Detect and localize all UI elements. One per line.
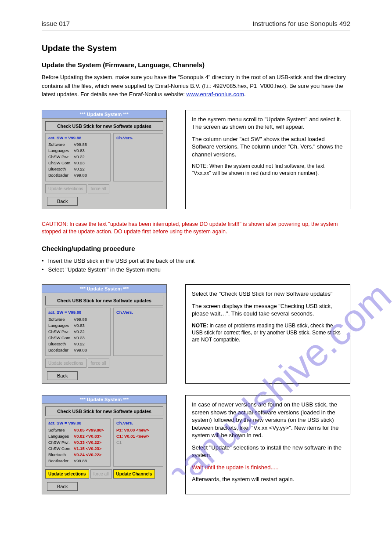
check-usb-button[interactable]: Check USB Stick for new Softwate updates	[45, 296, 163, 305]
intro-paragraph: Before Updating the system, make sure yo…	[42, 73, 350, 99]
header-rule	[42, 30, 350, 30]
update-panel-1: *** Update System *** Check USB Stick fo…	[42, 110, 167, 209]
website-link[interactable]: www.enraf-nonius.com	[187, 91, 245, 98]
software-versions-column: act. SW = V99.88 SoftwareV99.88 Language…	[45, 133, 111, 181]
update-channels-button[interactable]: Update Channels	[113, 469, 155, 479]
procedure-title: Checking/updating procedure	[42, 245, 350, 252]
channel-versions-column: Ch.Vers.	[113, 308, 163, 356]
check-usb-button[interactable]: Check USB Stick for new Softwate updates	[45, 406, 163, 416]
back-button[interactable]: Back	[47, 371, 78, 380]
update-panel-2: *** Update System *** Check USB Stick fo…	[42, 284, 167, 384]
section-subtitle: Update the System (Firmware, Language, C…	[42, 61, 350, 69]
procedure-bullets: Insert the USB stick in the USB port at …	[42, 257, 350, 275]
update-selections-button[interactable]: Update selections	[45, 469, 89, 479]
channel-versions-column: Ch.Vers. P1: V0.00 <new> C1: V0.01 <new>…	[113, 418, 163, 467]
force-all-button[interactable]: force all	[88, 184, 109, 193]
update-selections-button[interactable]: Update selections	[45, 359, 86, 368]
update-selections-button[interactable]: Update selections	[45, 184, 86, 193]
panel-title: *** Update System ***	[42, 285, 166, 293]
force-all-button[interactable]: force all	[88, 359, 109, 368]
panel-title: *** Update System ***	[42, 395, 166, 404]
back-button[interactable]: Back	[47, 197, 78, 206]
channel-versions-column: Ch.Vers.	[113, 133, 163, 181]
back-button[interactable]: Back	[47, 482, 78, 491]
update-panel-3: *** Update System *** Check USB Stick fo…	[42, 395, 167, 494]
wait-text: Wait until the update is finished.....	[192, 464, 344, 472]
header-right: Instructions for use Sonopuls 492	[252, 20, 350, 27]
software-versions-column: act. SW = V99.88 SoftwareV99.88 Language…	[45, 308, 111, 356]
header-left: issue 017	[42, 20, 70, 27]
description-box-1: In the system menu scroll to "Update Sys…	[185, 110, 350, 209]
software-versions-column: act. SW = V99.88 SoftwareV0.85 <V99.88> …	[45, 418, 111, 467]
check-usb-button[interactable]: Check USB Stick for new Softwate updates	[45, 121, 163, 131]
act-sw-header: act. SW = V99.88	[48, 135, 108, 140]
caution-text: CAUTION: In case the text "update has be…	[42, 221, 350, 236]
ch-vers-header: Ch.Vers.	[116, 135, 160, 140]
force-all-button[interactable]: force all	[90, 469, 112, 479]
panel-title: *** Update System ***	[42, 110, 166, 119]
description-box-3: In case of newer versions are found on t…	[185, 395, 350, 494]
description-box-2: Select the "Check USB Stick for new Soft…	[185, 284, 350, 384]
section-title: Update the System	[42, 44, 350, 53]
